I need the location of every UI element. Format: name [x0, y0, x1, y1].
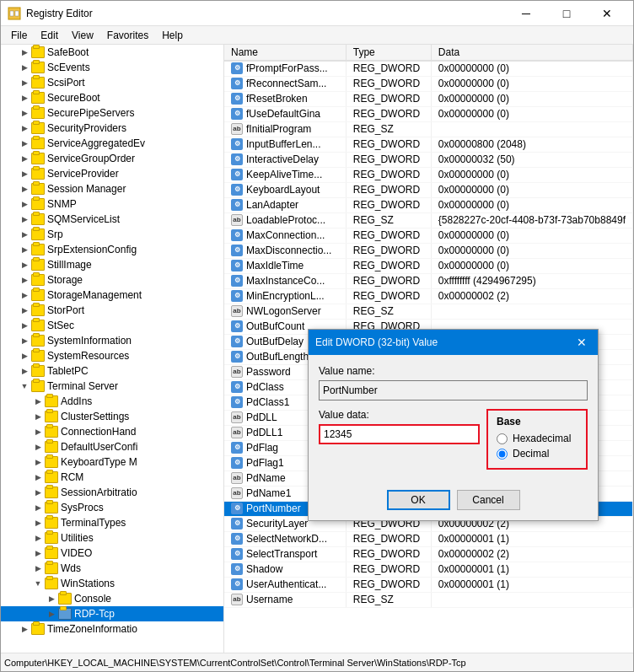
maximize-button[interactable]: □ [547, 1, 586, 26]
table-row[interactable]: ⚙fResetBroken REG_DWORD 0x00000000 (0) [224, 91, 633, 106]
menu-edit[interactable]: Edit [34, 28, 65, 43]
expand-icon: ▶ [31, 440, 45, 454]
tree-item-snmp[interactable]: ▶ SNMP [1, 196, 223, 212]
tree-label: ServiceAggregatedEv [47, 137, 145, 149]
hexadecimal-radio[interactable] [497, 433, 508, 444]
cell-type: REG_DWORD [346, 137, 431, 152]
dialog-close-button[interactable]: ✕ [572, 333, 591, 352]
tree-item-clusterset[interactable]: ▶ ClusterSettings [1, 409, 223, 424]
table-row[interactable]: ⚙fPromptForPass... REG_DWORD 0x00000000 … [224, 61, 633, 76]
tree-item-secprov[interactable]: ▶ SecurityProviders [1, 121, 223, 136]
tree-item-sysinfo[interactable]: ▶ SystemInformation [1, 333, 223, 348]
table-row[interactable]: ⚙MaxInstanceCo... REG_DWORD 0xffffffff (… [224, 273, 633, 288]
menu-help[interactable]: Help [155, 28, 190, 43]
cancel-button[interactable]: Cancel [457, 490, 520, 510]
expand-icon: ▶ [18, 137, 31, 150]
cell-type: REG_DWORD [346, 273, 431, 288]
cell-type: REG_DWORD [346, 531, 431, 546]
cell-type: REG_DWORD [346, 562, 431, 577]
table-row[interactable]: abUsername REG_SZ [224, 592, 633, 607]
tree-item-console[interactable]: ▶ Console [1, 591, 223, 606]
table-row[interactable]: ⚙SelectTransport REG_DWORD 0x00000002 (2… [224, 546, 633, 562]
table-row[interactable]: ⚙InputBufferLen... REG_DWORD 0x00000800 … [224, 137, 633, 152]
value-data-input[interactable] [319, 424, 480, 444]
tree-item-storport[interactable]: ▶ StorPort [1, 303, 223, 318]
tree-item-defuserconf[interactable]: ▶ DefaultUserConfi [1, 439, 223, 454]
tree-item-utilities[interactable]: ▶ Utilities [1, 530, 223, 546]
table-row[interactable]: abNWLogonServer REG_SZ [224, 304, 633, 319]
tree-item-sqm[interactable]: ▶ SQMServiceList [1, 212, 223, 227]
table-row[interactable]: ⚙InteractiveDelay REG_DWORD 0x00000032 (… [224, 152, 633, 167]
tree-item-secureboot[interactable]: ▶ SecureBoot [1, 90, 223, 105]
table-row[interactable]: ⚙fUseDefaultGina REG_DWORD 0x00000000 (0… [224, 106, 633, 121]
tree-item-safeboot[interactable]: ▶ SafeBoot [1, 45, 223, 60]
table-row[interactable]: ⚙MinEncryptionL... REG_DWORD 0x00000002 … [224, 288, 633, 304]
value-name-input[interactable] [319, 380, 588, 401]
tree-item-svcprov[interactable]: ▶ ServiceProvider [1, 166, 223, 181]
table-row[interactable]: ⚙MaxIdleTime REG_DWORD 0x00000000 (0) [224, 258, 633, 273]
tree-item-securepipe[interactable]: ▶ SecurePipeServers [1, 105, 223, 121]
tree-item-video[interactable]: ▶ VIDEO [1, 546, 223, 561]
dword-icon: ⚙ [231, 260, 243, 271]
tree-item-termtypes[interactable]: ▶ TerminalTypes [1, 515, 223, 530]
tree-label: Console [74, 593, 111, 605]
tree-item-sysres[interactable]: ▶ SystemResources [1, 348, 223, 363]
decimal-radio-row[interactable]: Decimal [497, 448, 578, 460]
tree-item-srp[interactable]: ▶ Srp [1, 227, 223, 242]
table-row[interactable]: ⚙SelectNetworkD... REG_DWORD 0x00000001 … [224, 531, 633, 546]
tree-item-svcagg[interactable]: ▶ ServiceAggregatedEv [1, 136, 223, 151]
edit-dword-dialog: Edit DWORD (32-bit) Value ✕ Value name: … [308, 329, 599, 521]
tree-label: SafeBoot [47, 46, 89, 58]
expand-icon: ▶ [18, 258, 31, 271]
table-row[interactable]: ⚙MaxConnection... REG_DWORD 0x00000000 (… [224, 228, 633, 243]
decimal-radio[interactable] [497, 449, 508, 460]
tree-item-scevents[interactable]: ▶ ScEvents [1, 60, 223, 75]
table-row[interactable]: abLoadableProtoc... REG_SZ {5828227c-20c… [224, 212, 633, 228]
table-row[interactable]: abfInitialProgram REG_SZ [224, 121, 633, 137]
table-row[interactable]: ⚙Shadow REG_DWORD 0x00000001 (1) [224, 562, 633, 577]
close-button[interactable]: ✕ [588, 1, 626, 26]
minimize-button[interactable]: ─ [507, 1, 545, 26]
table-row[interactable]: ⚙fReconnectSam... REG_DWORD 0x00000000 (… [224, 76, 633, 91]
tree-item-sessarb[interactable]: ▶ SessionArbitratio [1, 485, 223, 500]
cell-name: ⚙SelectNetworkD... [224, 531, 346, 546]
expand-icon: ▶ [45, 607, 58, 621]
tree-item-srpext[interactable]: ▶ SrpExtensionConfig [1, 242, 223, 257]
tree-item-sysprocs[interactable]: ▶ SysProcs [1, 500, 223, 515]
tree-panel[interactable]: ▶ SafeBoot ▶ ScEvents ▶ ScsiPort ▶ Secur… [1, 45, 224, 653]
tree-item-rdptcp[interactable]: ▶ RDP-Tcp [1, 606, 223, 621]
tree-item-storagemgmt[interactable]: ▶ StorageManagement [1, 288, 223, 303]
dword-icon: ⚙ [231, 275, 243, 287]
tree-item-stsec[interactable]: ▶ StSec [1, 318, 223, 333]
ok-button[interactable]: OK [387, 490, 450, 510]
cell-data: {5828227c-20cf-4408-b73f-73ab70b8849f [431, 212, 632, 228]
table-row[interactable]: ⚙KeepAliveTime... REG_DWORD 0x00000000 (… [224, 167, 633, 182]
tree-item-winstations[interactable]: ▼ WinStations [1, 576, 223, 591]
tree-label: Utilities [61, 532, 94, 544]
tree-item-stillimage[interactable]: ▶ StillImage [1, 257, 223, 272]
tree-item-sessmgr[interactable]: ▶ Session Manager [1, 181, 223, 196]
cell-type: REG_SZ [346, 592, 431, 607]
tree-item-connhand[interactable]: ▶ ConnectionHand [1, 424, 223, 439]
table-row[interactable]: ⚙KeyboardLayout REG_DWORD 0x00000000 (0) [224, 182, 633, 197]
dword-icon: ⚙ [231, 518, 243, 530]
tree-item-timezone[interactable]: ▶ TimeZoneInformatio [1, 621, 223, 637]
hexadecimal-radio-row[interactable]: Hexadecimal [497, 433, 578, 444]
tree-item-scsiport[interactable]: ▶ ScsiPort [1, 75, 223, 90]
table-row[interactable]: ⚙UserAuthenticat... REG_DWORD 0x00000001… [224, 577, 633, 592]
tree-item-termserver[interactable]: ▼ Terminal Server [1, 379, 223, 394]
table-row[interactable]: ⚙LanAdapter REG_DWORD 0x00000000 (0) [224, 197, 633, 212]
tree-item-rcm[interactable]: ▶ RCM [1, 470, 223, 485]
tree-item-tabletpc[interactable]: ▶ TabletPC [1, 363, 223, 379]
menu-favorites[interactable]: Favorites [100, 28, 155, 43]
tree-item-svcgroup[interactable]: ▶ ServiceGroupOrder [1, 151, 223, 166]
table-row[interactable]: ⚙MaxDisconnectio... REG_DWORD 0x00000000… [224, 243, 633, 258]
menu-file[interactable]: File [4, 28, 34, 43]
tree-item-addins[interactable]: ▶ AddIns [1, 394, 223, 409]
folder-icon [45, 395, 58, 407]
tree-item-kbtype[interactable]: ▶ KeyboardType M [1, 454, 223, 470]
folder-icon [58, 593, 72, 605]
tree-item-wds[interactable]: ▶ Wds [1, 561, 223, 576]
menu-view[interactable]: View [65, 28, 100, 43]
tree-item-storage[interactable]: ▶ Storage [1, 272, 223, 288]
